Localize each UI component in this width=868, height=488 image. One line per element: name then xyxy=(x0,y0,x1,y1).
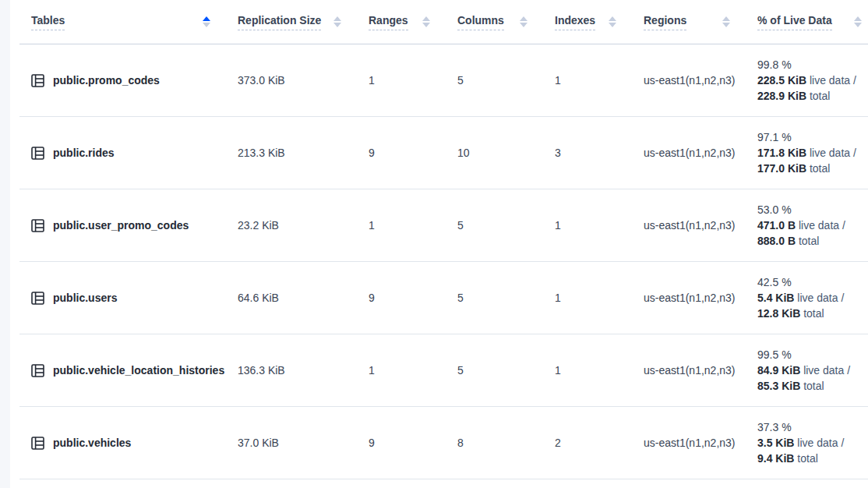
live-data-cell: 99.5 % 84.9 KiB live data / 85.3 KiB tot… xyxy=(746,347,868,394)
live-data-cell: 99.8 % 228.5 KiB live data / 228.9 KiB t… xyxy=(746,57,868,104)
table-name-cell: public.users xyxy=(19,292,226,305)
column-header-tables[interactable]: Tables xyxy=(19,0,226,44)
total-size-line: 888.0 B total xyxy=(757,233,868,249)
column-header-live-data[interactable]: % of Live Data xyxy=(746,0,868,44)
total-size-line: 85.3 KiB total xyxy=(757,378,868,394)
table-name-cell: public.vehicles xyxy=(19,437,226,450)
columns-cell: 5 xyxy=(446,74,543,87)
table-row: public.users 64.6 KiB 9 5 1 us-east1(n1,… xyxy=(19,262,868,334)
table-row: public.vehicle_location_histories 136.3 … xyxy=(19,334,868,407)
sort-carets-icon[interactable] xyxy=(609,16,616,27)
indexes-cell: 2 xyxy=(543,437,632,449)
live-data-size-line: 228.5 KiB live data / xyxy=(757,72,868,88)
columns-cell: 5 xyxy=(446,219,543,232)
replication-size-cell: 136.3 KiB xyxy=(226,364,357,377)
total-size-line: 9.4 KiB total xyxy=(757,451,868,466)
table-name-cell: public.vehicle_location_histories xyxy=(19,364,226,377)
table-icon xyxy=(31,147,44,160)
indexes-cell: 1 xyxy=(543,364,632,377)
indexes-cell: 1 xyxy=(543,74,632,87)
table-name-link[interactable]: public.user_promo_codes xyxy=(53,219,189,232)
indexes-cell: 1 xyxy=(543,219,632,232)
column-header-label: % of Live Data xyxy=(757,14,832,30)
columns-cell: 8 xyxy=(446,437,543,449)
columns-cell: 10 xyxy=(446,147,543,159)
live-data-percent: 53.0 % xyxy=(757,202,868,217)
regions-cell: us-east1(n1,n2,n3) xyxy=(632,364,746,377)
table-name-link[interactable]: public.vehicle_location_histories xyxy=(53,364,224,377)
columns-cell: 5 xyxy=(446,364,543,377)
total-size-line: 228.9 KiB total xyxy=(757,88,868,104)
sort-carets-icon[interactable] xyxy=(203,16,210,27)
table-row: public.promo_codes 373.0 KiB 1 5 1 us-ea… xyxy=(19,44,868,117)
total-size-line: 12.8 KiB total xyxy=(757,306,868,321)
table-icon xyxy=(31,292,44,305)
total-size-line: 177.0 KiB total xyxy=(757,161,868,176)
column-header-columns[interactable]: Columns xyxy=(446,0,543,44)
regions-cell: us-east1(n1,n2,n3) xyxy=(632,147,746,159)
live-data-cell: 42.5 % 5.4 KiB live data / 12.8 KiB tota… xyxy=(746,274,868,321)
column-header-label: Columns xyxy=(457,14,504,30)
table-name-link[interactable]: public.rides xyxy=(53,147,115,159)
sort-carets-icon[interactable] xyxy=(333,16,341,27)
column-header-indexes[interactable]: Indexes xyxy=(543,0,632,44)
column-header-replication-size[interactable]: Replication Size xyxy=(226,0,357,44)
sort-carets-icon[interactable] xyxy=(722,16,730,27)
table-icon xyxy=(31,437,44,450)
replication-size-cell: 373.0 KiB xyxy=(226,74,357,87)
indexes-cell: 3 xyxy=(543,147,632,159)
table-icon xyxy=(31,364,44,377)
column-header-ranges[interactable]: Ranges xyxy=(357,0,446,44)
replication-size-cell: 23.2 KiB xyxy=(226,219,357,232)
replication-size-cell: 213.3 KiB xyxy=(226,147,357,159)
table-header-row: Tables Replication Size Ranges Columns I… xyxy=(19,0,868,44)
sort-carets-icon[interactable] xyxy=(520,16,528,27)
live-data-size-line: 471.0 B live data / xyxy=(757,217,868,233)
ranges-cell: 9 xyxy=(357,292,446,304)
table-row: public.user_promo_codes 23.2 KiB 1 5 1 u… xyxy=(19,189,868,262)
regions-cell: us-east1(n1,n2,n3) xyxy=(632,219,746,232)
replication-size-cell: 64.6 KiB xyxy=(226,292,357,304)
live-data-size-line: 84.9 KiB live data / xyxy=(757,362,868,378)
table-name-cell: public.user_promo_codes xyxy=(19,219,226,232)
ranges-cell: 1 xyxy=(357,364,446,377)
live-data-percent: 97.1 % xyxy=(757,129,868,145)
live-data-cell: 53.0 % 471.0 B live data / 888.0 B total xyxy=(746,202,868,249)
live-data-percent: 99.5 % xyxy=(757,347,868,362)
tables-grid: Tables Replication Size Ranges Columns I… xyxy=(19,0,868,479)
ranges-cell: 9 xyxy=(357,437,446,449)
table-name-link[interactable]: public.vehicles xyxy=(53,437,131,449)
sort-carets-icon[interactable] xyxy=(854,16,862,27)
replication-size-cell: 37.0 KiB xyxy=(226,437,357,449)
live-data-percent: 37.3 % xyxy=(757,419,868,435)
column-header-label: Ranges xyxy=(369,14,408,30)
column-header-label: Indexes xyxy=(555,14,595,30)
column-header-label: Regions xyxy=(644,14,686,30)
table-name-link[interactable]: public.promo_codes xyxy=(53,74,160,87)
table-row: public.rides 213.3 KiB 9 10 3 us-east1(n… xyxy=(19,117,868,189)
columns-cell: 5 xyxy=(446,292,543,304)
column-header-label: Replication Size xyxy=(238,14,321,30)
column-header-label: Tables xyxy=(31,14,65,30)
live-data-size-line: 5.4 KiB live data / xyxy=(757,290,868,306)
live-data-size-line: 3.5 KiB live data / xyxy=(757,435,868,451)
ranges-cell: 9 xyxy=(357,147,446,159)
table-row: public.vehicles 37.0 KiB 9 8 2 us-east1(… xyxy=(19,407,868,479)
regions-cell: us-east1(n1,n2,n3) xyxy=(632,74,746,87)
live-data-size-line: 171.8 KiB live data / xyxy=(757,145,868,161)
indexes-cell: 1 xyxy=(543,292,632,304)
regions-cell: us-east1(n1,n2,n3) xyxy=(632,437,746,449)
column-header-regions[interactable]: Regions xyxy=(632,0,746,44)
sort-carets-icon[interactable] xyxy=(422,16,430,27)
table-icon xyxy=(31,74,44,87)
tables-panel: Tables Replication Size Ranges Columns I… xyxy=(10,0,868,488)
live-data-cell: 97.1 % 171.8 KiB live data / 177.0 KiB t… xyxy=(746,129,868,176)
live-data-percent: 99.8 % xyxy=(757,57,868,72)
table-name-cell: public.promo_codes xyxy=(19,74,226,87)
table-body: public.promo_codes 373.0 KiB 1 5 1 us-ea… xyxy=(19,44,868,479)
ranges-cell: 1 xyxy=(357,74,446,87)
table-name-link[interactable]: public.users xyxy=(53,292,117,304)
table-name-cell: public.rides xyxy=(19,147,226,160)
table-icon xyxy=(31,219,44,232)
live-data-percent: 42.5 % xyxy=(757,274,868,290)
